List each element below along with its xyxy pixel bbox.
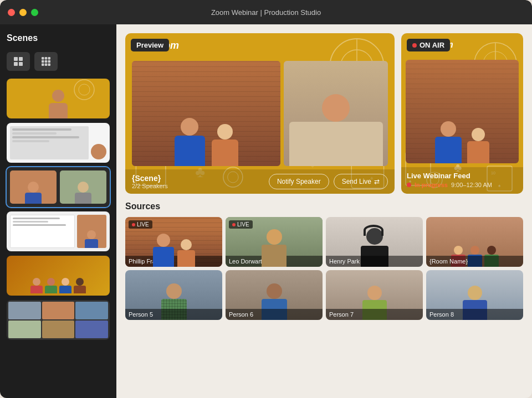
minimize-button[interactable] xyxy=(19,9,27,16)
maximize-button[interactable] xyxy=(31,9,38,16)
svg-rect-7 xyxy=(42,60,44,63)
onair-time: 9:00–12:30 AM xyxy=(451,182,492,188)
scene-thumb-3[interactable] xyxy=(7,167,110,207)
scene-thumb-6[interactable] xyxy=(7,300,110,340)
source-tile-8[interactable]: Person 8 xyxy=(426,270,523,320)
preview-footer: {Scene} 2/2 Speakers Notify Speaker Send… xyxy=(125,169,395,194)
preview-video-right xyxy=(284,61,388,166)
window-controls xyxy=(8,9,38,16)
source-label-3: Henry Park xyxy=(326,256,423,267)
svg-point-14 xyxy=(79,84,90,95)
source-label-4: {Room Name} xyxy=(426,256,523,267)
sources-section: Sources xyxy=(125,201,523,389)
scene-list xyxy=(7,79,110,340)
svg-rect-9 xyxy=(48,60,51,63)
source-tile-7[interactable]: Person 7 xyxy=(326,270,423,320)
scene-thumb-5[interactable] xyxy=(7,256,110,296)
notify-speaker-button[interactable]: Notify Speaker xyxy=(269,174,329,189)
source-tile-1[interactable]: LIVE Phillip Franci xyxy=(125,217,222,267)
onair-title: Live Webinar Feed xyxy=(407,172,518,180)
source-tile-3[interactable]: Henry Park xyxy=(326,217,423,267)
svg-rect-12 xyxy=(48,64,51,66)
preview-badge: Preview xyxy=(131,39,169,51)
main-content: Preview zoom 10 ♠ 10 xyxy=(116,24,532,398)
onair-live-dot xyxy=(412,43,417,48)
svg-rect-0 xyxy=(14,57,18,61)
source-label-6: Person 6 xyxy=(226,309,323,320)
source-tile-4[interactable]: {Room Name} xyxy=(426,217,523,267)
preview-row: Preview zoom 10 ♠ 10 xyxy=(125,33,523,194)
svg-rect-3 xyxy=(19,62,23,66)
scene-thumb-2[interactable] xyxy=(7,123,110,163)
preview-actions: Notify Speaker Send Live ⇄ xyxy=(269,174,388,189)
sources-grid: LIVE Phillip Franci xyxy=(125,217,523,320)
sidebar-title: Scenes xyxy=(7,33,110,43)
app-body: Scenes xyxy=(0,24,532,398)
scene-thumb-4[interactable] xyxy=(7,211,110,251)
onair-footer: Live Webinar Feed In progress 9:00–12:30… xyxy=(401,167,523,194)
layout-grid3-button[interactable] xyxy=(34,52,58,71)
source-label-8: Person 8 xyxy=(426,309,523,320)
svg-point-13 xyxy=(74,80,94,100)
source-label-5: Person 5 xyxy=(125,309,222,320)
layout-grid2-button[interactable] xyxy=(7,52,30,71)
svg-rect-4 xyxy=(42,57,44,60)
onair-status: In progress xyxy=(415,182,448,188)
scene-name: {Scene} xyxy=(132,174,168,183)
preview-video-left xyxy=(132,61,280,166)
svg-rect-11 xyxy=(45,64,48,66)
speaker-count: 2/2 Speakers xyxy=(132,183,168,189)
svg-rect-6 xyxy=(48,57,51,60)
svg-rect-8 xyxy=(45,60,48,63)
scene-layout-controls xyxy=(7,52,110,71)
scene-thumb-1[interactable] xyxy=(7,79,110,118)
onair-panel: ON AIR zoom 10 ♠ ♣ ◇ xyxy=(401,33,523,194)
onair-status-row: In progress 9:00–12:30 AM xyxy=(407,182,518,188)
sidebar: Scenes xyxy=(0,24,116,398)
preview-info: {Scene} 2/2 Speakers xyxy=(132,174,168,189)
source-tile-5[interactable]: Person 5 xyxy=(125,270,222,320)
preview-panel: Preview zoom 10 ♠ 10 xyxy=(125,33,395,194)
sources-title: Sources xyxy=(125,201,523,211)
preview-videos xyxy=(132,61,388,166)
svg-rect-1 xyxy=(19,57,23,61)
source-tile-2[interactable]: LIVE Leo Dorwart xyxy=(226,217,323,267)
svg-rect-2 xyxy=(14,62,18,66)
window-title: Zoom Webinar | Production Studio xyxy=(211,8,321,17)
send-live-button[interactable]: Send Live ⇄ xyxy=(334,174,388,189)
live-dot-2 xyxy=(232,223,236,226)
onair-status-dot xyxy=(407,183,411,187)
source-live-badge-2: LIVE xyxy=(229,220,253,229)
close-button[interactable] xyxy=(8,9,15,16)
svg-rect-5 xyxy=(45,57,48,60)
svg-rect-10 xyxy=(42,64,44,66)
onair-video xyxy=(406,60,519,163)
source-label-7: Person 7 xyxy=(326,309,423,320)
onair-badge: ON AIR xyxy=(407,39,450,51)
titlebar: Zoom Webinar | Production Studio xyxy=(0,0,532,24)
source-tile-6[interactable]: Person 6 xyxy=(226,270,323,320)
